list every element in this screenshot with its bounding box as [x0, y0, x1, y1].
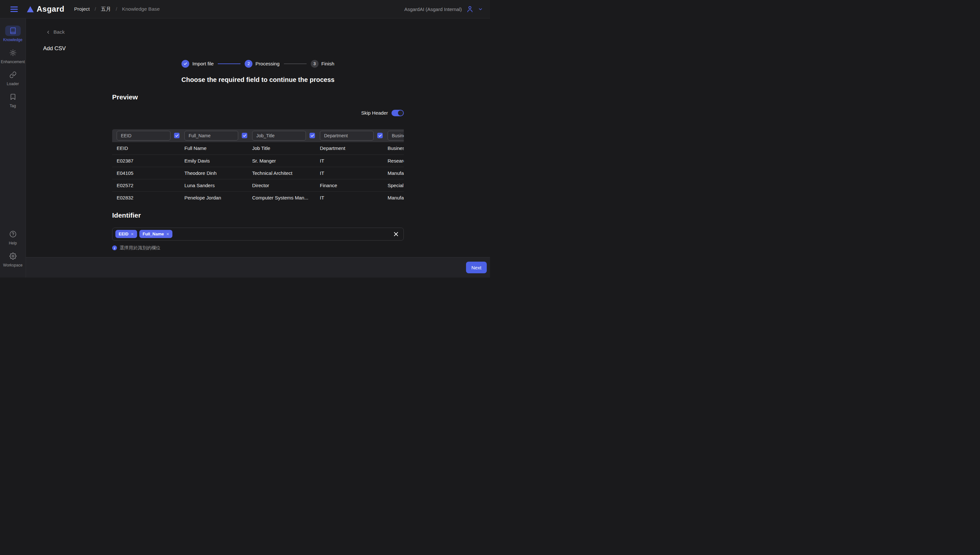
table-row: E02832Penelope JordanComputer Systems Ma… — [112, 191, 404, 204]
column-header-cell — [317, 131, 385, 141]
sidebar-item-label: Enhancement — [1, 59, 25, 64]
page-title: Add CSV — [43, 45, 490, 52]
stepper-step-1: Import file — [182, 60, 214, 68]
sidebar-item-label: Knowledge — [3, 38, 23, 42]
skip-header-toggle[interactable] — [391, 110, 404, 116]
table-row: E04105Theodore DinhTechnical ArchitectIT… — [112, 167, 404, 179]
app-logo[interactable]: Asgard — [27, 5, 64, 14]
table-cell: Director — [249, 180, 317, 191]
breadcrumb-separator: / — [95, 6, 96, 12]
column-checkbox[interactable] — [309, 133, 315, 138]
next-button[interactable]: Next — [466, 261, 487, 273]
identifier-chip: Full_Name✕ — [139, 230, 172, 238]
sidebar-item-loader[interactable]: Loader — [0, 70, 26, 86]
table-cell: Full Name — [182, 142, 249, 154]
identifier-chips: EEID✕Full_Name✕ — [115, 230, 393, 238]
table-cell: Finance — [317, 180, 385, 191]
identifier-chip: EEID✕ — [115, 230, 137, 238]
breadcrumb-separator: / — [116, 6, 117, 12]
table-cell: E04105 — [114, 167, 182, 179]
gear-icon — [10, 253, 16, 260]
column-checkbox[interactable] — [174, 133, 180, 138]
question-circle-icon — [10, 231, 16, 238]
chip-remove-icon[interactable]: ✕ — [130, 232, 134, 236]
sidebar-item-tile — [5, 48, 21, 58]
column-header-cell — [182, 131, 249, 141]
sidebar-item-tile — [5, 229, 21, 239]
column-field-input[interactable] — [117, 131, 171, 141]
chip-label: Full_Name — [143, 231, 164, 236]
column-header-cell — [385, 131, 404, 141]
check-icon — [175, 134, 179, 138]
column-field-input[interactable] — [252, 131, 306, 141]
app-name: Asgard — [37, 5, 64, 14]
chevron-down-icon[interactable] — [478, 7, 483, 12]
chip-remove-icon[interactable]: ✕ — [166, 232, 169, 236]
check-icon — [311, 134, 314, 138]
column-field-input[interactable] — [388, 131, 404, 141]
sidebar-item-label: Workspace — [3, 263, 23, 268]
column-header-cell — [114, 131, 182, 141]
table-cell: Sr. Manger — [249, 155, 317, 167]
table-cell: Luna Sanders — [182, 180, 249, 191]
chevron-left-icon — [46, 30, 51, 35]
column-field-input[interactable] — [184, 131, 238, 141]
breadcrumb-item[interactable]: Project — [74, 6, 90, 12]
clear-icon[interactable] — [393, 231, 399, 237]
table-row: EEIDFull NameJob TitleDepartmentBusiness… — [112, 142, 404, 154]
table-cell: Business Unit — [385, 142, 404, 154]
table-cell: E02832 — [114, 192, 182, 204]
sidebar-item-tile — [5, 91, 21, 102]
column-checkbox[interactable] — [242, 133, 247, 138]
check-icon — [183, 62, 187, 66]
stepper-connector — [218, 63, 240, 64]
skip-header-label: Skip Header — [361, 110, 388, 115]
sidebar-item-tile — [5, 26, 21, 36]
top-navbar: Asgard Project/五月/Knowledge Base AsgardA… — [0, 0, 490, 18]
stepper: Import file2Processing3Finish — [26, 60, 490, 68]
identifier-heading: Identifier — [112, 212, 404, 219]
stepper-step-2: 2Processing — [245, 60, 279, 68]
table-cell: IT — [317, 167, 385, 179]
sun-icon — [10, 49, 16, 56]
column-checkbox[interactable] — [377, 133, 383, 138]
check-icon — [378, 134, 382, 138]
column-field-input[interactable] — [320, 131, 374, 141]
back-button[interactable]: Back — [46, 29, 64, 35]
sidebar-item-tile — [5, 251, 21, 261]
sidebar-item-help[interactable]: Help — [0, 229, 26, 245]
table-cell: EEID — [114, 142, 182, 154]
sidebar-item-workspace[interactable]: Workspace — [0, 251, 26, 268]
check-icon — [243, 134, 246, 138]
main-content: Back Add CSV Import file2Processing3Fini… — [26, 18, 490, 257]
table-cell: Penelope Jordan — [182, 192, 249, 204]
preview-table-body: EEIDFull NameJob TitleDepartmentBusiness… — [112, 142, 404, 204]
sidebar-item-enhancement[interactable]: Enhancement — [0, 48, 26, 64]
breadcrumb-item[interactable]: Knowledge Base — [122, 6, 160, 12]
breadcrumb-item[interactable]: 五月 — [101, 6, 111, 13]
stepper-step-3: 3Finish — [311, 60, 335, 68]
menu-icon[interactable] — [10, 6, 18, 12]
subtitle: Choose the required field to continue th… — [26, 76, 490, 83]
table-cell: Technical Architect — [249, 167, 317, 179]
table-cell: E02572 — [114, 180, 182, 191]
preview-table: EEIDFull NameJob TitleDepartmentBusiness… — [112, 129, 404, 204]
breadcrumb: Project/五月/Knowledge Base — [74, 6, 160, 13]
stepper-circle-pending: 3 — [311, 60, 319, 68]
table-cell: IT — [317, 155, 385, 167]
identifier-input[interactable]: EEID✕Full_Name✕ — [112, 228, 404, 241]
table-cell: Manufacturing — [385, 192, 404, 204]
sidebar-item-knowledge[interactable]: Knowledge — [0, 26, 26, 42]
info-icon: i — [112, 245, 117, 250]
logo-triangle-icon — [27, 6, 34, 12]
table-cell: E02387 — [114, 155, 182, 167]
chip-label: EEID — [119, 231, 128, 236]
identifier-hint: 選擇用於識別的欄位 — [119, 245, 161, 251]
preview-table-header — [112, 129, 404, 142]
table-cell: Computer Systems Man... — [249, 192, 317, 204]
stepper-circle-done — [182, 60, 189, 68]
sidebar-item-label: Loader — [7, 82, 19, 86]
sidebar-item-tag[interactable]: Tag — [0, 91, 26, 108]
user-icon[interactable] — [466, 5, 474, 13]
column-header-cell — [249, 131, 317, 141]
